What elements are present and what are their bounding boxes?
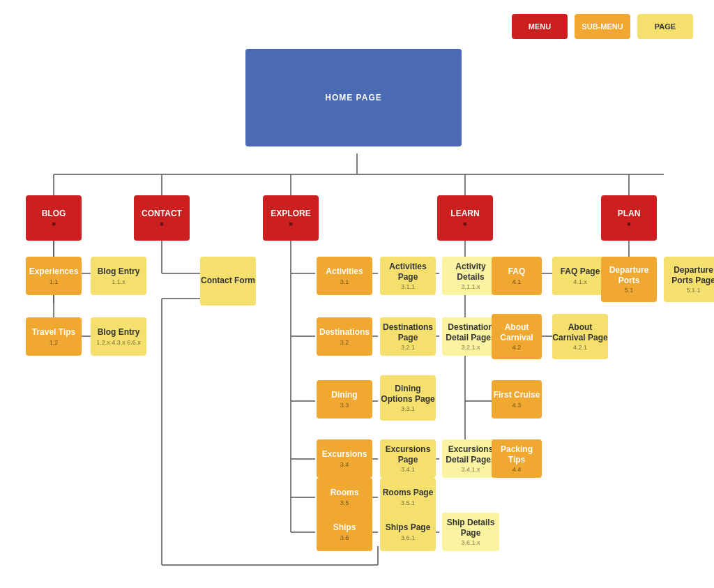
experiences-label: Experiences (29, 266, 79, 276)
destinations-code: 3.2 (340, 339, 349, 346)
about-carnival-label: About Carnival (492, 322, 542, 342)
departure-ports-node: Departure Ports 5.1 (601, 257, 657, 302)
faq-page-node: FAQ Page 4.1.x (552, 257, 608, 295)
page-wrapper: MENU SUB-MENU PAGE (0, 0, 714, 588)
destination-detail-code: 3.2.1.x (461, 344, 480, 351)
home-label: HOME PAGE (325, 93, 381, 103)
destinations-page-label: Destinations Page (380, 322, 436, 342)
blog-entry-1-label: Blog Entry (98, 266, 140, 276)
contact-form-node: Contact Form (200, 257, 256, 306)
dining-label: Dining (331, 390, 357, 400)
travel-tips-code: 1.2 (50, 339, 59, 346)
first-cruise-code: 4.3 (512, 402, 522, 409)
packing-tips-node: Packing Tips 4.4 (492, 439, 542, 478)
ships-page-node: Ships Page 3.6.1 (380, 513, 436, 551)
dining-node: Dining 3.3 (317, 380, 372, 419)
plan-code: ■ (627, 220, 630, 227)
about-carnival-code: 4.2 (512, 344, 522, 351)
ships-page-label: Ships Page (386, 522, 431, 532)
departure-ports-page-node: Departure Ports Page 5.1.1 (664, 257, 714, 302)
departure-ports-label: Departure Ports (601, 265, 657, 285)
plan-label: PLAN (618, 209, 641, 218)
travel-tips-node: Travel Tips 1.2 (26, 317, 82, 356)
faq-label: FAQ (508, 266, 526, 276)
explore-label: EXPLORE (271, 209, 310, 218)
packing-tips-label: Packing Tips (492, 444, 542, 465)
rooms-code: 3.5 (340, 499, 349, 506)
ships-code: 3.6 (340, 534, 349, 541)
plan-menu-node: PLAN ■ (601, 195, 657, 241)
departure-ports-page-code: 5.1.1 (686, 287, 700, 294)
destinations-label: Destinations (319, 327, 370, 337)
about-carnival-page-label: About Carnival Page (552, 322, 608, 342)
dining-options-label: Dining Options Page (380, 384, 436, 404)
ship-details-node: Ship Details Page 3.6.1.x (442, 513, 499, 551)
blog-menu-node: BLOG ■ (26, 195, 82, 241)
rooms-page-node: Rooms Page 3.5.1 (380, 478, 436, 516)
activities-node: Activities 3.1 (317, 257, 372, 295)
travel-tips-label: Travel Tips (32, 327, 75, 337)
faq-node: FAQ 4.1 (492, 257, 542, 295)
about-carnival-page-node: About Carnival Page 4.2.1 (552, 314, 608, 359)
contact-menu-node: CONTACT ■ (134, 195, 190, 241)
excursions-detail-label: Excursions Detail Pages (442, 444, 499, 465)
dining-options-node: Dining Options Page 3.3.1 (380, 375, 436, 421)
rooms-node: Rooms 3.5 (317, 478, 372, 516)
experiences-node: Experiences 1.1 (26, 257, 82, 295)
excursions-label: Excursions (322, 449, 367, 459)
rooms-page-label: Rooms Page (383, 488, 434, 497)
rooms-label: Rooms (331, 488, 359, 497)
excursions-page-code: 3.4.1 (401, 466, 415, 473)
learn-menu-node: LEARN ■ (437, 195, 493, 241)
ships-page-code: 3.6.1 (401, 534, 415, 541)
contact-code: ■ (160, 220, 163, 227)
learn-label: LEARN (450, 209, 479, 218)
blog-entry-2-label: Blog Entry (98, 327, 140, 337)
contact-form-label: Contact Form (201, 276, 255, 285)
faq-page-label: FAQ Page (561, 266, 600, 276)
ship-details-code: 3.6.1.x (461, 539, 480, 546)
blog-entry-1-node: Blog Entry 1.1.x (91, 257, 146, 295)
excursions-page-label: Excursions Page (380, 444, 436, 465)
destinations-node: Destinations 3.2 (317, 317, 372, 356)
ships-node: Ships 3.6 (317, 513, 372, 551)
excursions-page-node: Excursions Page 3.4.1 (380, 439, 436, 478)
activity-details-label: Activity Details (442, 262, 499, 282)
about-carnival-node: About Carnival 4.2 (492, 314, 542, 359)
activities-page-node: Activities Page 3.1.1 (380, 257, 436, 295)
excursions-node: Excursions 3.4 (317, 439, 372, 478)
faq-page-code: 4.1.x (573, 278, 587, 285)
dining-options-code: 3.3.1 (401, 405, 415, 412)
explore-menu-node: EXPLORE ■ (263, 195, 319, 241)
blog-label: BLOG (42, 209, 66, 218)
ship-details-label: Ship Details Page (442, 518, 499, 538)
dining-code: 3.3 (340, 402, 349, 409)
excursions-code: 3.4 (340, 461, 349, 468)
ships-label: Ships (333, 522, 356, 532)
destinations-page-code: 3.2.1 (401, 344, 415, 351)
site-map-diagram: HOME PAGE BLOG ■ CONTACT ■ EXPLORE ■ LEA… (15, 14, 699, 586)
home-page-node: HOME PAGE (245, 49, 462, 146)
departure-ports-page-label: Departure Ports Page (664, 265, 714, 285)
packing-tips-code: 4.4 (512, 466, 522, 473)
blog-entry-2-node: Blog Entry 1.2.x 4.3.x 6.6.x (91, 317, 146, 356)
rooms-page-code: 3.5.1 (401, 499, 415, 506)
faq-code: 4.1 (512, 278, 522, 285)
activities-code: 3.1 (340, 278, 349, 285)
blog-code: ■ (52, 220, 55, 227)
about-carnival-page-code: 4.2.1 (573, 344, 587, 351)
activity-details-code: 3.1.1.x (461, 283, 480, 290)
experiences-code: 1.1 (50, 278, 59, 285)
learn-code: ■ (463, 220, 466, 227)
blog-entry-1-code: 1.1.x (112, 278, 126, 285)
contact-label: CONTACT (142, 209, 182, 218)
activities-label: Activities (326, 266, 363, 276)
destinations-page-node: Destinations Page 3.2.1 (380, 317, 436, 356)
first-cruise-node: First Cruise 4.3 (492, 380, 542, 419)
blog-entry-2-code: 1.2.x 4.3.x 6.6.x (96, 339, 141, 346)
first-cruise-label: First Cruise (494, 390, 540, 400)
destination-detail-node: Destination Detail Pages 3.2.1.x (442, 317, 499, 356)
destination-detail-label: Destination Detail Pages (442, 322, 499, 342)
departure-ports-code: 5.1 (625, 287, 634, 294)
excursions-detail-node: Excursions Detail Pages 3.4.1.x (442, 439, 499, 478)
